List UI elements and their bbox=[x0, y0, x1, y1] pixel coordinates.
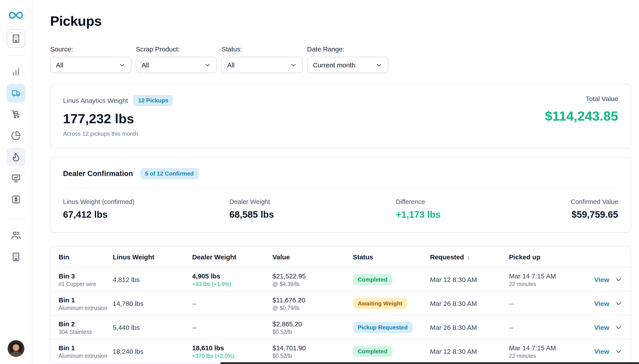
sidebar-divider bbox=[7, 218, 25, 219]
bin-cell: Bin 2 304 Stainless bbox=[59, 320, 113, 335]
dolly-icon bbox=[11, 110, 21, 119]
row-actions: View bbox=[594, 300, 622, 308]
row-actions: View bbox=[594, 324, 622, 332]
weight-summary-right: Total Value $114,243.85 bbox=[545, 95, 618, 137]
dealer-weight-cell: 18,610 lbs +370 lbs (+2.0%) bbox=[192, 344, 272, 359]
picked-up-cell: Mar 14 7:15 AM 22 minutes bbox=[509, 272, 592, 287]
source-filter-select[interactable]: All bbox=[50, 57, 131, 73]
stat-value: +1,173 lbs bbox=[396, 209, 562, 220]
org-switcher-button[interactable] bbox=[7, 29, 25, 48]
linus-weight-cell: 4,812 lbs bbox=[113, 276, 192, 283]
app-window: Pickups Source: All Scrap Product: All S… bbox=[0, 0, 639, 364]
requested-cell: Mar 26 8:30 AM bbox=[430, 324, 509, 331]
stat-linus-weight: Linus Weight (confirmed) 67,412 lbs bbox=[63, 198, 229, 220]
bin-cell: Bin 1 Aluminum extrusion bbox=[59, 296, 113, 311]
column-header-linus-weight[interactable]: Linus Weight bbox=[113, 253, 192, 261]
sidebar-divider bbox=[7, 55, 25, 56]
user-avatar[interactable] bbox=[8, 340, 25, 357]
value-cell: $21,522.95 @ $4.39/lb bbox=[272, 272, 353, 287]
truck-icon bbox=[11, 88, 21, 98]
confirmed-count-badge: 5 of 12 Confirmed bbox=[140, 168, 199, 179]
status-badge: Awaiting Weight bbox=[353, 298, 407, 309]
chevron-down-icon bbox=[375, 62, 383, 68]
sidebar-item-analytics[interactable] bbox=[7, 62, 25, 81]
date-range-filter-value: Current month bbox=[313, 61, 356, 69]
expand-row-button[interactable] bbox=[614, 347, 622, 355]
bin-cell: Bin 3 #1 Copper wire bbox=[59, 272, 113, 287]
column-header-requested[interactable]: Requested↓ bbox=[430, 253, 509, 261]
view-button[interactable]: View bbox=[594, 324, 609, 331]
main-content: Pickups Source: All Scrap Product: All S… bbox=[32, 0, 639, 364]
stat-dealer-weight: Dealer Weight 68,585 lbs bbox=[229, 198, 396, 220]
column-header-value[interactable]: Value bbox=[272, 253, 353, 261]
filter-source-label: Source: bbox=[50, 45, 131, 53]
sidebar-item-billing[interactable] bbox=[7, 190, 25, 209]
total-value-label: Total Value bbox=[545, 95, 618, 102]
weight-summary-subtitle: Across 12 pickups this month bbox=[63, 130, 173, 137]
expand-row-button[interactable] bbox=[614, 300, 622, 308]
pickups-count-badge: 12 Pickups bbox=[133, 95, 173, 106]
linus-weight-cell: 14,780 lbs bbox=[113, 300, 192, 307]
status-badge: Pickup Requested bbox=[353, 322, 413, 333]
stat-label: Linus Weight (confirmed) bbox=[63, 198, 229, 205]
column-header-dealer-weight[interactable]: Dealer Weight bbox=[192, 253, 272, 261]
column-header-picked-up[interactable]: Picked up bbox=[509, 253, 592, 261]
package-dollar-icon bbox=[11, 195, 21, 204]
stat-confirmed-value: Confirmed Value $59,759.65 bbox=[562, 198, 618, 220]
scrap-product-filter-value: All bbox=[142, 61, 149, 69]
view-button[interactable]: View bbox=[594, 300, 609, 307]
chevron-down-icon bbox=[204, 62, 211, 68]
value-cell: $11,676.20 @ $0.79/lb bbox=[272, 296, 353, 311]
sidebar-item-company[interactable] bbox=[7, 248, 25, 266]
sidebar-item-team[interactable] bbox=[7, 226, 25, 245]
column-header-status[interactable]: Status bbox=[353, 253, 430, 261]
dealer-confirmation-card: Dealer Confirmation 5 of 12 Confirmed Li… bbox=[50, 157, 631, 233]
table-row: Bin 1 Aluminum extrusion 18,240 lbs 18,6… bbox=[51, 339, 630, 363]
sidebar-item-pickups[interactable] bbox=[7, 84, 25, 102]
stat-difference: Difference +1,173 lbs bbox=[396, 198, 562, 220]
status-cell: Completed bbox=[353, 274, 430, 285]
dealer-confirmation-title: Dealer Confirmation bbox=[63, 169, 133, 178]
view-button[interactable]: View bbox=[594, 348, 609, 355]
stat-value: $59,759.65 bbox=[562, 209, 618, 220]
confirmation-stats: Linus Weight (confirmed) 67,412 lbs Deal… bbox=[63, 198, 618, 220]
page-title: Pickups bbox=[50, 13, 639, 29]
sidebar-item-dashboard[interactable] bbox=[7, 169, 25, 188]
value-cell: $14,701.90 $0.52/lb bbox=[272, 344, 353, 359]
row-actions: View bbox=[594, 347, 622, 355]
dealer-weight-cell: -- bbox=[192, 300, 272, 307]
expand-row-button[interactable] bbox=[614, 324, 622, 332]
stat-label: Difference bbox=[396, 198, 562, 205]
chevron-down-icon bbox=[614, 276, 622, 284]
pickups-table: Bin Linus Weight Dealer Weight Value Sta… bbox=[50, 246, 631, 364]
stat-label: Dealer Weight bbox=[229, 198, 396, 205]
status-cell: Completed bbox=[353, 346, 430, 357]
pie-chart-icon bbox=[11, 131, 21, 140]
expand-row-button[interactable] bbox=[614, 276, 622, 284]
filter-date-range-label: Date Range: bbox=[307, 45, 388, 53]
sidebar-item-hand-truck[interactable] bbox=[7, 105, 25, 124]
bin-cell: Bin 1 Aluminum extrusion bbox=[59, 344, 113, 359]
status-filter-select[interactable]: All bbox=[221, 57, 303, 73]
sidebar-item-activity[interactable] bbox=[7, 148, 25, 166]
filter-source: Source: All bbox=[50, 45, 131, 73]
table-row: Bin 3 #1 Copper wire 4,812 lbs 4,905 lbs… bbox=[51, 267, 630, 291]
stat-label: Confirmed Value bbox=[562, 198, 618, 205]
chevron-down-icon bbox=[614, 300, 622, 308]
date-range-filter-select[interactable]: Current month bbox=[307, 57, 388, 73]
chevron-down-icon bbox=[614, 347, 622, 355]
infinity-logo-icon[interactable] bbox=[8, 10, 25, 20]
column-header-bin[interactable]: Bin bbox=[59, 253, 113, 261]
users-icon bbox=[11, 230, 21, 240]
stat-value: 68,585 lbs bbox=[229, 209, 396, 220]
scrap-product-filter-select[interactable]: All bbox=[136, 57, 217, 73]
card-divider bbox=[63, 188, 618, 188]
sidebar-item-reports[interactable] bbox=[7, 126, 25, 145]
building-icon bbox=[11, 34, 21, 44]
chevron-down-icon bbox=[290, 62, 297, 68]
weight-summary-left: Linus Anaytics Weight 12 Pickups 177,232… bbox=[63, 95, 173, 137]
table-header-row: Bin Linus Weight Dealer Weight Value Sta… bbox=[51, 246, 630, 267]
filter-status-label: Status: bbox=[221, 45, 303, 53]
status-filter-value: All bbox=[227, 61, 234, 69]
view-button[interactable]: View bbox=[594, 276, 609, 283]
